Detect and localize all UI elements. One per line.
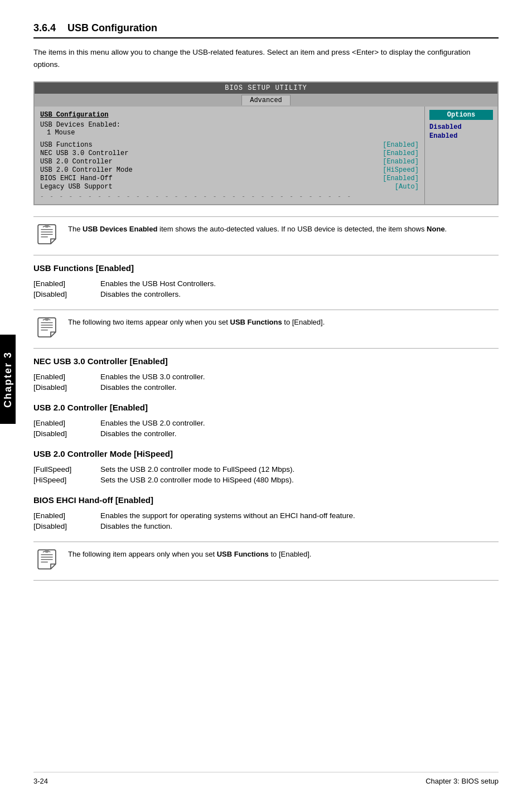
table-row: [Disabled] Disables the controller.	[33, 428, 499, 439]
bios-devices: USB Devices Enabled: 1 Mouse	[40, 121, 419, 137]
usb20-fullspeed-desc: Sets the USB 2.0 controller mode to Full…	[100, 464, 499, 475]
table-row: [Enabled] Enables the support for operat…	[33, 510, 499, 521]
svg-point-1	[45, 318, 49, 321]
bios-option-disabled: Disabled	[429, 123, 493, 131]
svg-point-2	[45, 550, 49, 553]
note-box-1: The USB Devices Enabled item shows the a…	[33, 216, 499, 255]
bios-row-label-5: Legacy USB Support	[40, 183, 113, 191]
bios-ehci-title: BIOS EHCI Hand-off [Enabled]	[33, 495, 499, 505]
nec-usb-enabled-label: [Enabled]	[33, 371, 100, 382]
table-row: Legacy USB Support [Auto]	[40, 183, 419, 191]
bios-row-value-3: [HiSpeed]	[383, 166, 419, 174]
bios-row-label-2: USB 2.0 Controller	[40, 158, 113, 166]
usb-functions-section: USB Functions [Enabled] [Enabled] Enable…	[33, 263, 499, 299]
bios-row-value-4: [Enabled]	[383, 175, 419, 182]
nec-usb-enabled-desc: Enables the USB 3.0 controller.	[100, 371, 499, 382]
table-row: USB 2.0 Controller [Enabled]	[40, 158, 419, 166]
usb20-hispeed-desc: Sets the USB 2.0 controller mode to HiSp…	[100, 475, 499, 485]
bios-row-label-3: USB 2.0 Controller Mode	[40, 166, 133, 174]
note-icon-2	[33, 317, 60, 341]
bios-row-label-0: USB Functions	[40, 141, 93, 149]
table-row: [Enabled] Enables the USB Host Controlle…	[33, 278, 499, 289]
bios-ehci-disabled-label: [Disabled]	[33, 521, 100, 532]
bios-devices-value: 1 Mouse	[47, 129, 75, 137]
usb20-controller-table: [Enabled] Enables the USB 2.0 controller…	[33, 418, 499, 439]
usb20-controller-title: USB 2.0 Controller [Enabled]	[33, 403, 499, 412]
bios-ehci-section: BIOS EHCI Hand-off [Enabled] [Enabled] E…	[33, 495, 499, 532]
usb20-hispeed-label: [HiSpeed]	[33, 475, 100, 485]
note-box-3: The following item appears only when you…	[33, 542, 499, 581]
bios-table: USB Functions [Enabled] NEC USB 3.0 Cont…	[40, 141, 419, 191]
section-title: USB Configuration	[67, 22, 157, 33]
bios-section-title: USB Configuration	[40, 111, 419, 119]
usb-functions-disabled-label: [Disabled]	[33, 289, 100, 299]
usb20-fullspeed-label: [FullSpeed]	[33, 464, 100, 475]
bios-body: USB Configuration USB Devices Enabled: 1…	[35, 107, 497, 204]
usb-functions-disabled-desc: Disables the controllers.	[100, 289, 499, 299]
note-box-2: The following two items appear only when…	[33, 310, 499, 349]
bios-main: USB Configuration USB Devices Enabled: 1…	[35, 107, 425, 204]
footer-page-number: 3-24	[33, 777, 48, 785]
bios-ehci-table: [Enabled] Enables the support for operat…	[33, 510, 499, 532]
usb20-enabled-label: [Enabled]	[33, 418, 100, 428]
nec-usb-disabled-desc: Disables the controller.	[100, 382, 499, 393]
bios-tab-bar: Advanced	[35, 94, 497, 107]
note-text-1: The USB Devices Enabled item shows the a…	[68, 224, 447, 235]
bios-row-label-1: NEC USB 3.0 Controller	[40, 149, 128, 157]
usb20-mode-title: USB 2.0 Controller Mode [HiSpeed]	[33, 449, 499, 458]
page-footer: 3-24 Chapter 3: BIOS setup	[33, 772, 499, 785]
intro-text: The items in this menu allow you to chan…	[33, 46, 499, 70]
usb20-controller-section: USB 2.0 Controller [Enabled] [Enabled] E…	[33, 403, 499, 439]
section-heading: 3.6.4 USB Configuration	[33, 22, 499, 38]
usb20-mode-table: [FullSpeed] Sets the USB 2.0 controller …	[33, 464, 499, 485]
usb20-disabled-desc: Disables the controller.	[100, 428, 499, 439]
bios-ehci-enabled-desc: Enables the support for operating system…	[100, 510, 499, 521]
table-row: [Enabled] Enables the USB 2.0 controller…	[33, 418, 499, 428]
bios-screen: BIOS SETUP UTILITY Advanced USB Configur…	[33, 81, 499, 205]
usb-functions-title: USB Functions [Enabled]	[33, 263, 499, 273]
chapter-label: Chapter 3	[2, 351, 14, 407]
bios-row-value-0: [Enabled]	[383, 141, 419, 149]
table-row: [Enabled] Enables the USB 3.0 controller…	[33, 371, 499, 382]
usb20-mode-section: USB 2.0 Controller Mode [HiSpeed] [FullS…	[33, 449, 499, 485]
note-text-2: The following two items appear only when…	[68, 317, 325, 328]
bios-tab-advanced[interactable]: Advanced	[241, 95, 291, 105]
note-icon-3	[33, 549, 60, 573]
nec-usb-disabled-label: [Disabled]	[33, 382, 100, 393]
bios-row-value-1: [Enabled]	[383, 149, 419, 157]
usb-functions-table: [Enabled] Enables the USB Host Controlle…	[33, 278, 499, 299]
table-row: [HiSpeed] Sets the USB 2.0 controller mo…	[33, 475, 499, 485]
nec-usb-section: NEC USB 3.0 Controller [Enabled] [Enable…	[33, 356, 499, 393]
bios-ehci-enabled-label: [Enabled]	[33, 510, 100, 521]
bios-row-value-5: [Auto]	[395, 183, 419, 191]
table-row: USB 2.0 Controller Mode [HiSpeed]	[40, 166, 419, 174]
usb20-enabled-desc: Enables the USB 2.0 controller.	[100, 418, 499, 428]
svg-point-0	[45, 225, 49, 228]
table-row: [Disabled] Disables the controller.	[33, 382, 499, 393]
chapter-sidebar: Chapter 3	[0, 335, 16, 424]
note-icon-1	[33, 224, 60, 248]
nec-usb-table: [Enabled] Enables the USB 3.0 controller…	[33, 371, 499, 393]
table-row: [Disabled] Disables the function.	[33, 521, 499, 532]
usb-functions-enabled-desc: Enables the USB Host Controllers.	[100, 278, 499, 289]
nec-usb-title: NEC USB 3.0 Controller [Enabled]	[33, 356, 499, 366]
bios-row-label-4: BIOS EHCI Hand-Off	[40, 175, 113, 182]
bios-title-bar: BIOS SETUP UTILITY	[35, 83, 497, 94]
bios-ehci-disabled-desc: Disables the function.	[100, 521, 499, 532]
table-row: BIOS EHCI Hand-Off [Enabled]	[40, 175, 419, 182]
usb20-disabled-label: [Disabled]	[33, 428, 100, 439]
bios-options-title: Options	[429, 110, 493, 120]
bios-option-enabled: Enabled	[429, 132, 493, 140]
section-number: 3.6.4	[33, 22, 56, 33]
note-text-3: The following item appears only when you…	[68, 549, 311, 561]
bios-dashes: - - - - - - - - - - - - - - - - - - - - …	[40, 193, 419, 200]
bios-devices-label: USB Devices Enabled:	[40, 121, 120, 129]
footer-chapter-label: Chapter 3: BIOS setup	[425, 777, 499, 785]
table-row: [Disabled] Disables the controllers.	[33, 289, 499, 299]
table-row: NEC USB 3.0 Controller [Enabled]	[40, 149, 419, 157]
bios-sidebar: Options Disabled Enabled	[425, 107, 497, 204]
table-row: USB Functions [Enabled]	[40, 141, 419, 149]
bios-row-value-2: [Enabled]	[383, 158, 419, 166]
usb-functions-enabled-label: [Enabled]	[33, 278, 100, 289]
table-row: [FullSpeed] Sets the USB 2.0 controller …	[33, 464, 499, 475]
